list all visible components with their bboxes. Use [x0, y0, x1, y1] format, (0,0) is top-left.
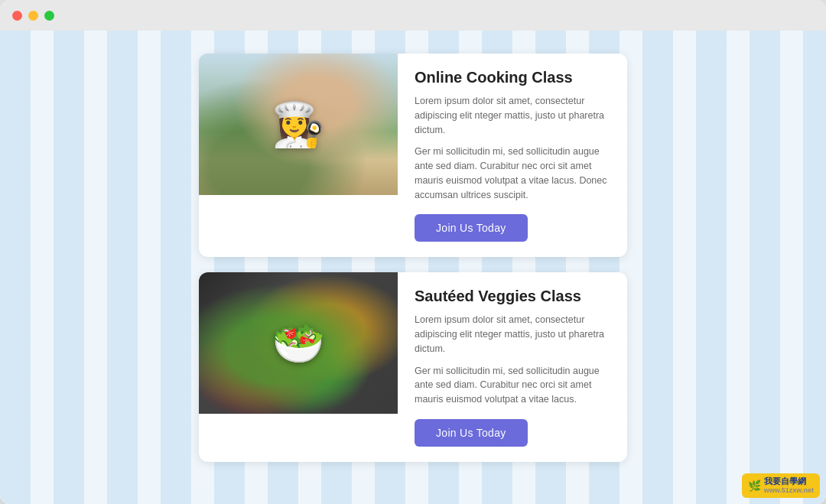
browser-titlebar: [0, 0, 826, 31]
cooking-class-body: Online Cooking Class Lorem ipsum dolor s…: [398, 54, 627, 257]
cooking-class-title: Online Cooking Class: [415, 69, 610, 86]
veggies-class-body: Sautéed Veggies Class Lorem ipsum dolor …: [398, 272, 627, 462]
cards-container: Online Cooking Class Lorem ipsum dolor s…: [199, 54, 627, 462]
page-background: Online Cooking Class Lorem ipsum dolor s…: [0, 31, 826, 504]
close-button-icon[interactable]: [12, 11, 22, 21]
watermark-text-container: 我要自學網 www.51zxw.net: [764, 476, 814, 495]
veggies-class-card: Sautéed Veggies Class Lorem ipsum dolor …: [199, 272, 627, 462]
browser-content: Online Cooking Class Lorem ipsum dolor s…: [0, 31, 826, 504]
veggies-class-title: Sautéed Veggies Class: [415, 288, 610, 305]
veggies-class-text-primary: Lorem ipsum dolor sit amet, consectetur …: [415, 313, 610, 356]
veggies-class-text-secondary: Ger mi sollicitudin mi, sed sollicitudin…: [415, 364, 610, 407]
minimize-button-icon[interactable]: [28, 11, 38, 21]
browser-window: Online Cooking Class Lorem ipsum dolor s…: [0, 0, 826, 504]
cooking-class-image: [199, 54, 398, 195]
maximize-button-icon[interactable]: [44, 11, 54, 21]
cooking-class-text-secondary: Ger mi sollicitudin mi, sed sollicitudin…: [415, 145, 610, 202]
veggies-class-join-button[interactable]: Join Us Today: [415, 419, 528, 447]
cooking-class-join-button[interactable]: Join Us Today: [415, 214, 528, 242]
watermark: 🌿 我要自學網 www.51zxw.net: [742, 473, 820, 498]
watermark-url-text: www.51zxw.net: [764, 486, 814, 495]
cooking-class-card: Online Cooking Class Lorem ipsum dolor s…: [199, 54, 627, 257]
watermark-main-text: 我要自學網: [764, 476, 814, 486]
veggies-class-image: [199, 272, 398, 414]
watermark-logo-icon: 🌿: [748, 480, 761, 492]
cooking-class-text-primary: Lorem ipsum dolor sit amet, consectetur …: [415, 94, 610, 137]
